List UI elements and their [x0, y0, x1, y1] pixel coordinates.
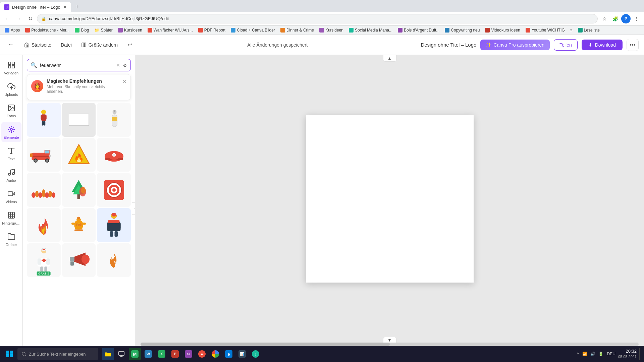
bookmark-kursideen2[interactable]: Kursideen: [317, 27, 345, 33]
bookmark-favicon: [231, 28, 235, 33]
bookmark-produktsuche[interactable]: Produktsuche - Mer...: [23, 27, 71, 33]
sidebar-item-hintergrund[interactable]: Hintergru...: [1, 208, 21, 228]
panel-collapse-button[interactable]: ‹: [132, 202, 135, 215]
taskbar-taskview[interactable]: [115, 348, 127, 360]
element-firefighter-figure[interactable]: [27, 103, 61, 137]
taskbar-file-explorer[interactable]: [102, 348, 114, 360]
element-nurse-character[interactable]: GRATIS: [27, 243, 61, 277]
element-fire-hydrant[interactable]: [62, 208, 96, 242]
tray-battery-icon[interactable]: 🔋: [598, 351, 604, 357]
element-fire-truck[interactable]: [27, 138, 61, 172]
taskbar-app5[interactable]: ✉: [182, 348, 195, 360]
app7-icon: 📊: [238, 350, 246, 358]
canvas-container[interactable]: [135, 55, 644, 343]
address-bar[interactable]: 🔒 canva.com/design/DAEdomzscjl/drBfjHdCo…: [37, 14, 598, 23]
canva-pro-button[interactable]: ✨ Canva Pro ausprobieren: [480, 40, 550, 50]
horizontal-scrollbar[interactable]: [141, 343, 639, 346]
search-filter-button[interactable]: ⚙: [123, 63, 127, 68]
taskbar-chrome[interactable]: [209, 348, 221, 360]
bookmark-social[interactable]: Social Media Mana...: [347, 27, 394, 33]
element-flame-character[interactable]: [97, 243, 131, 277]
taskbar-app1[interactable]: M: [129, 348, 141, 360]
bookmark-dinner[interactable]: Dinner & Crime: [278, 27, 316, 33]
show-desktop-button[interactable]: [639, 348, 641, 360]
browser-tab-active[interactable]: C Design ohne Titel – Logo ✕: [0, 2, 71, 12]
taskbar-app6[interactable]: ●: [196, 348, 208, 360]
svg-rect-66: [77, 217, 80, 219]
element-white-rect[interactable]: [62, 103, 96, 137]
sidebar-item-uploads[interactable]: Uploads: [1, 79, 21, 99]
sidebar-item-videos[interactable]: Videos: [1, 186, 21, 206]
bookmark-copywriting[interactable]: Copywriting neu: [443, 27, 482, 33]
sidebar-item-audio[interactable]: Audio: [1, 165, 21, 185]
resize-nav-item[interactable]: Größe ändern: [77, 40, 122, 50]
bookmark-pdf[interactable]: PDF Report: [196, 27, 227, 33]
element-fire-warning[interactable]: 🔥: [62, 138, 96, 172]
element-fire-helmet[interactable]: [97, 138, 131, 172]
sidebar-item-elemente[interactable]: Elemente: [1, 122, 21, 142]
element-fire-hose-reel[interactable]: [97, 173, 131, 207]
bookmark-star-button[interactable]: ☆: [600, 14, 609, 23]
download-button[interactable]: ⬇ Download: [582, 40, 623, 50]
element-burning-tree[interactable]: [62, 173, 96, 207]
extensions-button[interactable]: 🧩: [610, 14, 620, 23]
bookmark-wahlfächer[interactable]: Wahlfächer WU Aus...: [146, 27, 195, 33]
canvas-scroll-up-button[interactable]: ▲: [383, 55, 396, 62]
taskbar-app7[interactable]: 📊: [236, 348, 248, 360]
browser-controls: ← → ↻ 🔒 canva.com/design/DAEdomzscjl/drB…: [0, 12, 644, 25]
taskbar-app8[interactable]: ♪: [250, 348, 262, 360]
element-fire[interactable]: [27, 208, 61, 242]
sidebar-label-vorlagen: Vorlagen: [4, 71, 18, 75]
new-tab-button[interactable]: +: [72, 2, 82, 12]
windows-start-button[interactable]: [3, 347, 16, 361]
bookmark-blog[interactable]: Blog: [73, 27, 91, 33]
taskbar-app2[interactable]: W: [142, 348, 154, 360]
taskbar-search-box[interactable]: Zur Suche Text hier eingeben: [17, 348, 98, 360]
bookmark-bois[interactable]: Bois d'Argent Duft...: [396, 27, 441, 33]
sidebar-item-vorlagen[interactable]: Vorlagen: [1, 58, 21, 78]
tab-close-button[interactable]: ✕: [63, 4, 67, 10]
tray-network-icon[interactable]: 📶: [582, 351, 588, 357]
taskbar-app3[interactable]: X: [156, 348, 168, 360]
bookmark-folder-später[interactable]: 📁 Später: [92, 27, 114, 33]
bookmark-videokurs[interactable]: Videokurs Ideen: [483, 27, 522, 33]
svg-point-48: [45, 192, 49, 198]
profile-button[interactable]: P: [621, 14, 631, 23]
reload-button[interactable]: ↻: [25, 14, 35, 23]
bookmark-favicon: [5, 28, 9, 33]
bookmark-cload[interactable]: Cload + Canva Bilder: [229, 27, 277, 33]
tray-sound-icon[interactable]: 🔊: [590, 351, 596, 357]
element-firefighter-person[interactable]: [97, 208, 131, 242]
share-button[interactable]: Teilen: [554, 39, 578, 51]
sidebar-item-text[interactable]: Text: [1, 143, 21, 164]
more-bookmarks-button[interactable]: »: [568, 27, 575, 33]
show-hidden-icons-button[interactable]: ^: [577, 352, 579, 356]
file-nav-item[interactable]: Datei: [57, 40, 76, 50]
sidebar-item-ordner[interactable]: Ordner: [1, 229, 21, 249]
element-megaphone[interactable]: [62, 243, 96, 277]
back-nav-button[interactable]: ←: [3, 14, 12, 23]
bookmark-leseliste[interactable]: Leseliste: [576, 27, 602, 33]
home-nav-item[interactable]: Startseite: [20, 40, 55, 50]
element-flames[interactable]: [27, 173, 61, 207]
more-options-button[interactable]: ⋮: [632, 14, 641, 23]
bookmark-apps[interactable]: Apps: [3, 27, 22, 33]
home-back-button[interactable]: ←: [5, 40, 16, 50]
nurse-svg: [35, 248, 53, 273]
sidebar-item-fotos[interactable]: Fotos: [1, 101, 21, 121]
element-fire-extinguisher[interactable]: [97, 103, 131, 137]
undo-button[interactable]: ↩: [126, 40, 134, 50]
bookmark-kursideen[interactable]: Kursideen: [116, 27, 144, 33]
language-indicator: DEU: [607, 352, 615, 356]
taskbar-edge[interactable]: e: [223, 348, 235, 360]
magic-close-button[interactable]: ✕: [122, 78, 126, 85]
forward-nav-button[interactable]: →: [14, 14, 23, 23]
system-clock[interactable]: 20:32 05.05.2021: [618, 348, 637, 360]
taskbar-app4[interactable]: P: [169, 348, 181, 360]
search-input[interactable]: [40, 63, 113, 68]
sidebar-label-elemente: Elemente: [3, 135, 19, 139]
search-bar[interactable]: 🔍 ✕ ⚙: [27, 59, 131, 71]
more-actions-button[interactable]: •••: [627, 39, 639, 51]
search-clear-button[interactable]: ✕: [116, 63, 120, 68]
bookmark-youtube[interactable]: Youtube WICHTIG: [524, 27, 567, 33]
